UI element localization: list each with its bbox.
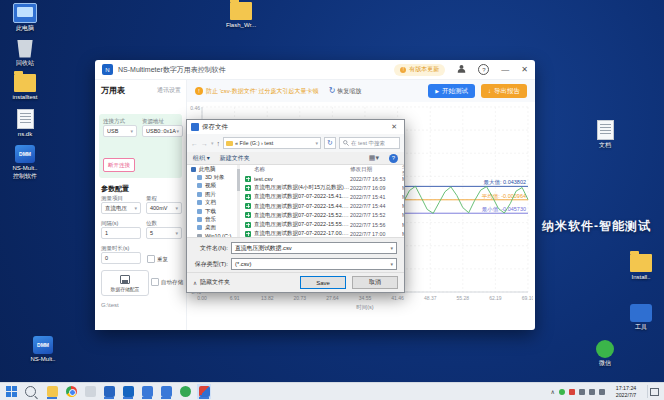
interval-input[interactable]: 1 [101, 227, 141, 239]
column-header-name[interactable]: 名称 [254, 166, 350, 173]
address-bar[interactable]: « File (G:) › test ▾ [223, 137, 321, 149]
chevron-down-icon: ▾ [390, 261, 393, 267]
nav-item-label: 3D 对象 [205, 174, 225, 181]
taskbar-app-wapp1[interactable] [140, 384, 154, 399]
file-list-header: 名称修改日期类型 [241, 165, 404, 174]
desktop-icon-computer[interactable]: 此电脑 [2, 3, 48, 33]
file-row[interactable]: 直流电压测试数据07-07-2022-15.55.15...2022/7/7 1… [241, 220, 404, 229]
close-button[interactable]: ✕ [521, 66, 528, 74]
nav-item-pic[interactable]: 图片 [187, 190, 237, 198]
digits-select[interactable]: 5▾ [146, 227, 182, 239]
file-row[interactable]: 直流电压测试数据07-07-2022-15.41.07...2022/7/7 1… [241, 192, 404, 201]
svg-text:0.00: 0.00 [197, 295, 207, 301]
save-button[interactable]: Save [300, 276, 346, 289]
column-header-date[interactable]: 修改日期 [350, 166, 402, 173]
nav-item-music[interactable]: 音乐 [187, 215, 237, 223]
history-chevron-icon[interactable]: ▾ [211, 140, 214, 146]
desktop-icon-label: 此电脑 [2, 25, 48, 33]
tray-icon[interactable] [599, 389, 605, 395]
dialog-close-button[interactable]: ✕ [388, 123, 400, 131]
file-row[interactable]: 直流电压测试数据07-07-2022-15.52.10...2022/7/7 1… [241, 211, 404, 220]
taskbar-app-wapp2[interactable] [159, 384, 173, 399]
desktop-icon-label: 微信 [582, 360, 628, 368]
comm-settings-link[interactable]: 通讯设置 [157, 86, 181, 95]
file-row[interactable]: 直流电压测试数据07-07-2022-15.44.11...2022/7/7 1… [241, 202, 404, 211]
new-folder-button[interactable]: 新建文件夹 [220, 154, 250, 163]
repeat-checkbox[interactable]: 重复 [147, 255, 168, 263]
export-report-button[interactable]: ↓ 导出报告 [481, 84, 527, 98]
search-box[interactable]: 在 test 中搜索 [339, 137, 400, 149]
up-arrow-icon[interactable]: ↑ [217, 140, 221, 147]
nav-item-pc[interactable]: 此电脑 [187, 165, 237, 173]
nav-item-deskf[interactable]: 桌面 [187, 224, 237, 232]
file-row[interactable]: 直流电压测试数据07-07-2022-17.00.40...2022/7/7 1… [241, 229, 404, 237]
desktop-icon-doc[interactable]: 文档 [582, 120, 628, 150]
action-center-icon[interactable] [647, 385, 660, 398]
tray-icon[interactable] [559, 389, 565, 395]
duration-input[interactable]: 0 [101, 252, 141, 264]
tray-icon[interactable] [579, 389, 585, 395]
start-test-button[interactable]: ▶ 开始测试 [428, 84, 475, 98]
start-button[interactable] [6, 386, 17, 397]
nav-item-obj[interactable]: 3D 对象 [187, 173, 237, 181]
addr-select[interactable]: USB0::0x1A▾ [142, 125, 183, 137]
range-select[interactable]: 400mV▾ [146, 202, 182, 214]
file-row[interactable]: test.csv2022/7/7 16:53Mic... [241, 174, 404, 183]
taskbar-search-icon[interactable] [25, 386, 36, 397]
nav-item-docs[interactable]: 文档 [187, 199, 237, 207]
nav-item-video[interactable]: 视频 [187, 182, 237, 190]
forward-arrow-icon[interactable]: → [201, 140, 208, 147]
desktop-icon-blueapp[interactable]: 工具 [618, 304, 664, 332]
refresh-button[interactable]: ↻ [324, 137, 336, 149]
nav-item-label: 图片 [205, 191, 216, 198]
taskbar-app-napp[interactable] [102, 384, 116, 399]
sidebar-scrollbar[interactable] [237, 165, 240, 237]
dialog-help-icon[interactable]: ? [389, 154, 398, 163]
disconnect-button[interactable]: 断开连接 [103, 158, 135, 172]
desktop-icon-folder[interactable]: installtest [2, 74, 48, 102]
conn-type-select[interactable]: USB▾ [103, 125, 137, 137]
taskbar-app-tool[interactable] [83, 384, 97, 399]
desktop-icon-label: Flash_Wr... [218, 22, 264, 30]
taskbar-app-explorer[interactable] [45, 384, 59, 399]
minimize-button[interactable]: — [501, 66, 509, 74]
tray-icon[interactable] [589, 389, 595, 395]
taskbar-app-greenapp[interactable] [178, 384, 192, 399]
file-row[interactable]: 直流电压测试数据(4小时15万总数据).csv2022/7/7 16:09Mic… [241, 183, 404, 192]
update-badge[interactable]: ! 有版本更新 [394, 64, 445, 76]
desktop-icon-doc[interactable]: ns.dk [2, 109, 48, 139]
organize-button[interactable]: 组织 ▾ [193, 154, 210, 163]
autosave-checkbox[interactable]: 自动存储 [151, 278, 183, 286]
file-type: Mic... [402, 231, 404, 237]
reset-zoom-button[interactable]: ↻ 恢复缩放 [329, 87, 362, 96]
cancel-button[interactable]: 取消 [352, 276, 398, 289]
desktop-icon-folder[interactable]: Flash_Wr... [218, 2, 264, 30]
tray-expand-icon[interactable]: ∧ [551, 388, 555, 395]
taskbar-app-chrome[interactable] [64, 384, 78, 399]
chevron-down-icon: ▾ [176, 128, 179, 134]
filetype-select[interactable]: (*.csv)▾ [231, 258, 397, 270]
tray-icon[interactable] [569, 389, 575, 395]
hide-folders-button[interactable]: 隐藏文件夹 [200, 278, 230, 287]
nav-item-down[interactable]: 下载 [187, 207, 237, 215]
filename-input[interactable]: 直流电压测试数据.csv▾ [231, 242, 397, 254]
desktop-icon-folder[interactable]: Install.. [618, 254, 664, 282]
measure-item-select[interactable]: 直流电压▾ [101, 202, 141, 214]
data-store-config-button[interactable]: 数据存储配置 [101, 270, 149, 296]
refresh-icon: ↻ [329, 87, 336, 95]
desktop-icon-green[interactable]: 微信 [582, 340, 628, 368]
back-arrow-icon[interactable]: ← [191, 140, 198, 147]
excel-file-icon [245, 212, 251, 218]
taskbar-app-outlook[interactable] [121, 384, 135, 399]
filetype-label: 保存类型(T): [189, 260, 231, 269]
user-icon[interactable] [457, 64, 466, 75]
desktop-icon-dmm[interactable]: DMMNS-Mult.. [20, 336, 66, 364]
taskbar-clock[interactable]: 17:17:24 2022/7/7 [609, 385, 643, 398]
view-mode-button[interactable]: ▦▾ [369, 154, 379, 162]
help-icon[interactable]: ? [478, 64, 489, 75]
taskbar-app-activeapp[interactable] [197, 384, 211, 399]
desktop-icon-dmm[interactable]: DMMNS-Mult.. 控制软件 [2, 145, 48, 180]
excel-file-icon [245, 222, 251, 228]
nav-item-drive[interactable]: Win10 (C:) [187, 232, 237, 237]
desktop-icon-recycle[interactable]: 回收站 [2, 40, 48, 68]
